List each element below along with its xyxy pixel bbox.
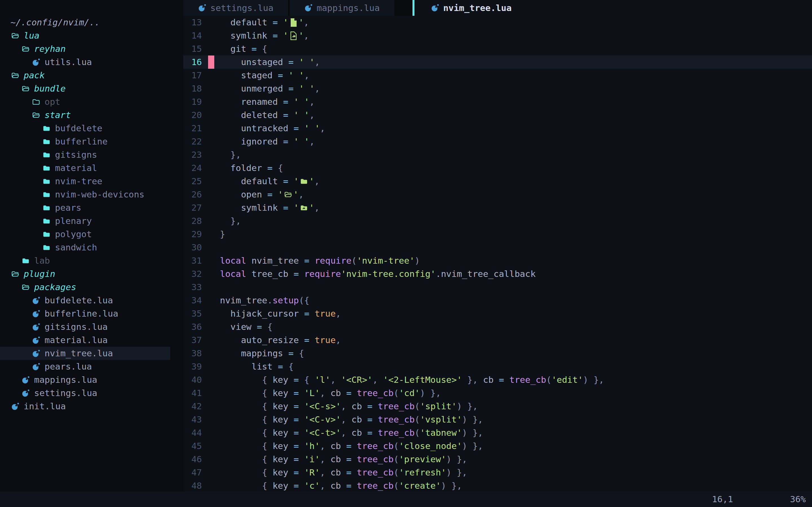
tree-item-label: pears.lua	[45, 360, 92, 373]
tree-item-pack[interactable]: pack	[0, 69, 183, 82]
tree-item-label: plugin	[24, 267, 55, 281]
code-line-19[interactable]: 19 renamed = ' ',	[183, 95, 812, 108]
sign-column	[208, 42, 214, 55]
code-text: }	[220, 228, 225, 241]
code-line-32[interactable]: 32local tree_cb = require'nvim-tree.conf…	[183, 267, 812, 281]
code-line-45[interactable]: 45 { key = 'h', cb = tree_cb('close_node…	[183, 439, 812, 453]
tree-item-sandwich[interactable]: sandwich	[0, 241, 183, 254]
tree-item-material[interactable]: material	[0, 161, 183, 175]
sign-column	[208, 228, 214, 241]
tree-item-label: polygot	[55, 228, 92, 241]
code-line-23[interactable]: 23 },	[183, 148, 812, 161]
code-line-42[interactable]: 42 { key = '<C-s>', cb = tree_cb('split'…	[183, 400, 812, 413]
code-line-18[interactable]: 18 unmerged = ' ',	[183, 82, 812, 95]
code-line-24[interactable]: 24 folder = {	[183, 161, 812, 175]
code-line-35[interactable]: 35 hijack_cursor = true,	[183, 307, 812, 320]
tree-item-start[interactable]: start	[0, 108, 183, 122]
code-line-30[interactable]: 30	[183, 241, 812, 254]
line-number: 38	[183, 347, 202, 360]
tree-item-gitsigns[interactable]: gitsigns	[0, 148, 183, 161]
tree-item-opt[interactable]: opt	[0, 95, 183, 108]
code-line-22[interactable]: 22 ignored = ' ',	[183, 135, 812, 148]
sign-column	[208, 307, 214, 320]
code-line-27[interactable]: 27 symlink = '',	[183, 201, 812, 214]
tree-item-label: material	[55, 161, 97, 175]
tree-root-path[interactable]: ~/.config/nvim/..	[0, 16, 183, 29]
tree-item-plenary[interactable]: plenary	[0, 214, 183, 228]
code-line-26[interactable]: 26 open = '',	[183, 188, 812, 201]
tree-item-pears.lua[interactable]: pears.lua	[0, 360, 183, 373]
nvim-tree-sidebar[interactable]: ~/.config/nvim/..luareyhanutils.luapackb…	[0, 0, 183, 492]
code-line-37[interactable]: 37 auto_resize = true,	[183, 334, 812, 347]
code-line-44[interactable]: 44 { key = '<C-t>', cb = tree_cb('tabnew…	[183, 426, 812, 439]
tree-item-bufferline[interactable]: bufferline	[0, 135, 183, 148]
code-text: auto_resize = true,	[220, 334, 341, 347]
tree-item-reyhan[interactable]: reyhan	[0, 42, 183, 55]
code-line-43[interactable]: 43 { key = '<C-v>', cb = tree_cb('vsplit…	[183, 413, 812, 426]
tree-item-label: lab	[34, 254, 50, 267]
editor-buffer[interactable]: 13 default = '',14 symlink = '',15 git =…	[183, 16, 812, 492]
line-number: 17	[183, 69, 202, 82]
tree-item-label: gitsigns	[55, 148, 97, 161]
tree-item-lua[interactable]: lua	[0, 29, 183, 42]
tree-item-plugin[interactable]: plugin	[0, 267, 183, 281]
line-number: 48	[183, 479, 202, 492]
lua-icon	[31, 57, 41, 67]
tree-item-mappings.lua[interactable]: mappings.lua	[0, 373, 183, 386]
code-line-39[interactable]: 39 list = {	[183, 360, 812, 373]
folder-icon	[42, 124, 51, 133]
code-line-33[interactable]: 33	[183, 281, 812, 294]
code-text: default = '',	[220, 16, 309, 29]
tree-item-label: bufdelete	[55, 122, 102, 135]
code-line-14[interactable]: 14 symlink = '',	[183, 29, 812, 42]
tree-item-packages[interactable]: packages	[0, 281, 183, 294]
tab-nvim_tree.lua[interactable]: nvim_tree.lua	[414, 0, 527, 16]
sign-column	[208, 400, 214, 413]
tree-item-nvim-tree[interactable]: nvim-tree	[0, 175, 183, 188]
code-line-16[interactable]: 16 unstaged = ' ',	[183, 55, 812, 69]
tree-item-gitsigns.lua[interactable]: gitsigns.lua	[0, 320, 183, 334]
code-line-48[interactable]: 48 { key = 'c', cb = tree_cb('create') }…	[183, 479, 812, 492]
code-line-28[interactable]: 28 },	[183, 214, 812, 228]
code-line-34[interactable]: 34nvim_tree.setup({	[183, 294, 812, 307]
tab-mappings.lua[interactable]: mappings.lua	[290, 0, 395, 16]
tree-item-bundle[interactable]: bundle	[0, 82, 183, 95]
tree-item-nvim_tree.lua[interactable]: nvim_tree.lua	[0, 347, 170, 360]
tree-item-bufferline.lua[interactable]: bufferline.lua	[0, 307, 183, 320]
code-line-38[interactable]: 38 mappings = {	[183, 347, 812, 360]
tree-item-settings.lua[interactable]: settings.lua	[0, 386, 183, 400]
code-line-29[interactable]: 29}	[183, 228, 812, 241]
code-line-15[interactable]: 15 git = {	[183, 42, 812, 55]
code-line-46[interactable]: 46 { key = 'i', cb = tree_cb('preview') …	[183, 453, 812, 466]
code-line-41[interactable]: 41 { key = 'L', cb = tree_cb('cd') },	[183, 386, 812, 400]
code-line-17[interactable]: 17 staged = ' ',	[183, 69, 812, 82]
tree-item-utils.lua[interactable]: utils.lua	[0, 55, 183, 69]
sign-column	[208, 373, 214, 386]
code-line-36[interactable]: 36 view = {	[183, 320, 812, 334]
tree-item-bufdelete.lua[interactable]: bufdelete.lua	[0, 294, 183, 307]
code-line-31[interactable]: 31local nvim_tree = require('nvim-tree')	[183, 254, 812, 267]
code-text: open = '',	[220, 188, 304, 201]
tree-item-bufdelete[interactable]: bufdelete	[0, 122, 183, 135]
neovim-screen: ~/.config/nvim/..luareyhanutils.luapackb…	[0, 0, 812, 507]
lua-icon	[21, 375, 31, 385]
tree-item-material.lua[interactable]: material.lua	[0, 334, 183, 347]
tree-item-init.lua[interactable]: init.lua	[0, 400, 183, 413]
sign-column	[208, 267, 214, 281]
code-line-13[interactable]: 13 default = '',	[183, 16, 812, 29]
code-line-40[interactable]: 40 { key = { 'l', '<CR>', '<2-LeftMouse>…	[183, 373, 812, 386]
tree-item-polygot[interactable]: polygot	[0, 228, 183, 241]
tab-settings.lua[interactable]: settings.lua	[183, 0, 288, 16]
code-text: ignored = ' ',	[220, 135, 315, 148]
code-line-47[interactable]: 47 { key = 'R', cb = tree_cb('refresh') …	[183, 466, 812, 479]
code-line-25[interactable]: 25 default = '',	[183, 175, 812, 188]
folder-icon	[42, 137, 51, 147]
tree-item-pears[interactable]: pears	[0, 201, 183, 214]
folder-open-icon	[21, 84, 31, 94]
code-line-21[interactable]: 21 untracked = ' ',	[183, 122, 812, 135]
code-text: unstaged = ' ',	[220, 55, 320, 69]
tree-item-lab[interactable]: lab	[0, 254, 183, 267]
code-line-20[interactable]: 20 deleted = ' ',	[183, 108, 812, 122]
line-number: 25	[183, 175, 202, 188]
tree-item-nvim-web-devicons[interactable]: nvim-web-devicons	[0, 188, 183, 201]
